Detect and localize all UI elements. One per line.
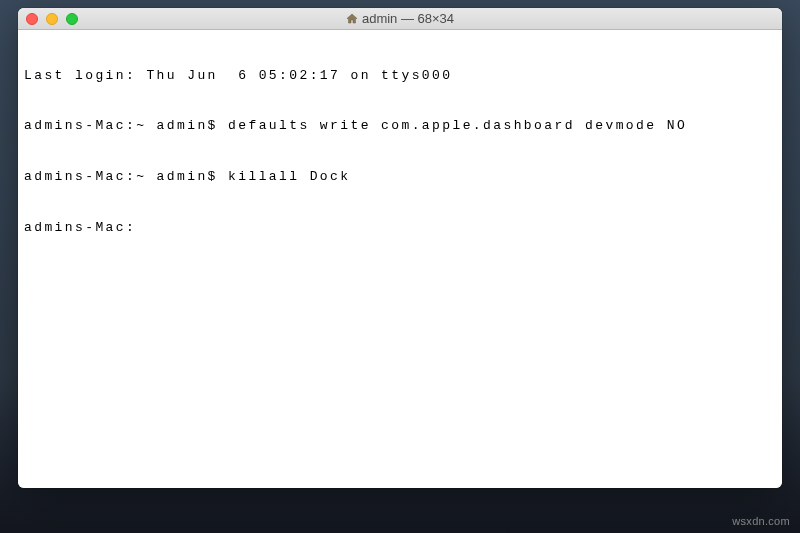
maximize-button[interactable]: [66, 13, 78, 25]
title-container: admin — 68×34: [18, 11, 782, 26]
terminal-line: admins-Mac:~ admin$ defaults write com.a…: [24, 118, 776, 135]
traffic-lights-group: [26, 13, 78, 25]
minimize-button[interactable]: [46, 13, 58, 25]
terminal-line: admins-Mac:~ admin$ killall Dock: [24, 169, 776, 186]
window-titlebar[interactable]: admin — 68×34: [18, 8, 782, 30]
home-icon: [346, 13, 358, 25]
terminal-window: admin — 68×34 Last login: Thu Jun 6 05:0…: [18, 8, 782, 488]
terminal-content[interactable]: Last login: Thu Jun 6 05:02:17 on ttys00…: [18, 30, 782, 488]
watermark-text: wsxdn.com: [732, 515, 790, 527]
window-title: admin — 68×34: [362, 11, 454, 26]
close-button[interactable]: [26, 13, 38, 25]
terminal-line: Last login: Thu Jun 6 05:02:17 on ttys00…: [24, 68, 776, 85]
terminal-line: admins-Mac:: [24, 220, 776, 237]
